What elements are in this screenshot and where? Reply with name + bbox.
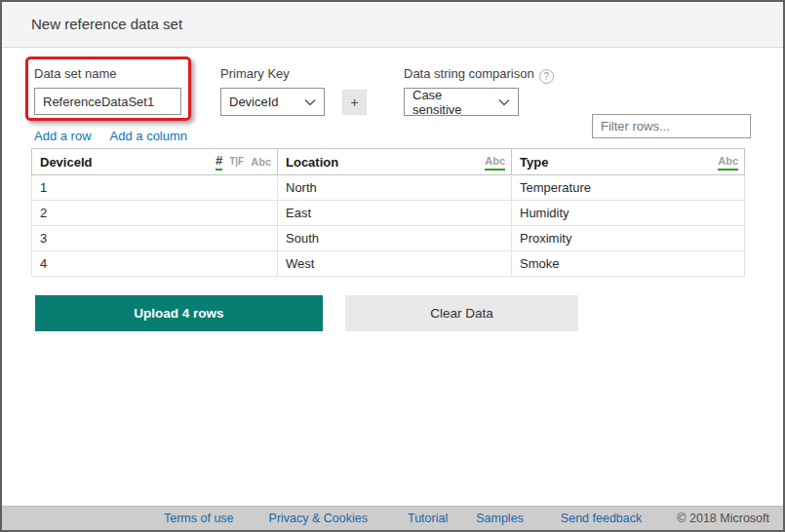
footer-link-samples[interactable]: Samples — [476, 512, 524, 525]
footer-link-terms[interactable]: Terms of use — [164, 512, 234, 525]
primary-key-value: DeviceId — [229, 95, 279, 109]
table-cell[interactable]: Humidity — [512, 201, 745, 226]
primary-key-dropdown[interactable]: DeviceId — [220, 88, 325, 116]
number-type-icon[interactable]: # — [216, 154, 222, 171]
dialog-title: New reference data set — [31, 2, 182, 47]
text-type-icon[interactable]: Abc — [718, 154, 738, 171]
help-icon[interactable]: ? — [539, 69, 554, 84]
add-row-link[interactable]: Add a row — [34, 129, 92, 143]
text-type-icon[interactable]: Abc — [485, 154, 505, 171]
string-comparison-label-text: Data string comparison — [404, 66, 534, 81]
add-column-link[interactable]: Add a column — [110, 129, 188, 143]
dataset-name-label: Data set name — [34, 66, 117, 81]
column-label: DeviceId — [40, 155, 92, 170]
footer-link-privacy[interactable]: Privacy & Cookies — [269, 512, 368, 525]
table-cell[interactable]: Temperature — [512, 175, 745, 201]
table-cell[interactable]: Proximity — [512, 226, 745, 251]
column-label: Location — [286, 155, 338, 170]
dataset-name-input[interactable] — [34, 88, 181, 115]
reference-data-table: DeviceId #T|FAbc Location Abc Type Abc — [31, 148, 745, 277]
footer-bar: Terms of usePrivacy & CookiesTutorialSam… — [2, 506, 783, 530]
string-comparison-value: Case sensitive — [412, 88, 492, 117]
primary-key-label: Primary Key — [220, 66, 290, 81]
copyright-text: © 2018 Microsoft — [677, 512, 769, 525]
dialog-titlebar: New reference data set — [2, 2, 783, 48]
grid-links: Add a row Add a column — [34, 129, 187, 143]
table-cell[interactable]: Smoke — [512, 251, 745, 277]
text-type-icon[interactable]: Abc — [251, 155, 271, 170]
table-cell[interactable]: South — [278, 226, 512, 251]
table-cell[interactable]: North — [278, 175, 512, 201]
filter-rows-input[interactable] — [592, 114, 751, 138]
table-row: 1NorthTemperature — [32, 175, 745, 201]
table-row: 3SouthProximity — [32, 226, 745, 251]
table-row: 2EastHumidity — [32, 201, 745, 226]
footer-link-feedback[interactable]: Send feedback — [561, 512, 642, 525]
type-icon-group: #T|FAbc — [216, 154, 271, 171]
table-cell[interactable]: 4 — [32, 251, 278, 277]
footer-link-tutorial[interactable]: Tutorial — [408, 512, 448, 525]
add-primary-key-button[interactable]: + — [342, 90, 367, 115]
column-header-location[interactable]: Location Abc — [278, 149, 512, 175]
table-cell[interactable]: East — [278, 201, 512, 226]
table-cell[interactable]: 2 — [32, 201, 278, 226]
string-comparison-dropdown[interactable]: Case sensitive — [404, 88, 519, 116]
table-cell[interactable]: 1 — [32, 175, 278, 201]
table-cell[interactable]: West — [278, 251, 512, 277]
string-comparison-label: Data string comparison? — [404, 66, 554, 84]
table-row: 4WestSmoke — [32, 251, 745, 277]
upload-rows-button[interactable]: Upload 4 rows — [35, 295, 323, 331]
column-label: Type — [520, 155, 548, 170]
column-header-deviceid[interactable]: DeviceId #T|FAbc — [32, 149, 278, 175]
type-icon-group: Abc — [485, 154, 505, 171]
new-reference-data-set-dialog: New reference data set Data set name Pri… — [0, 0, 785, 532]
column-header-type[interactable]: Type Abc — [512, 149, 745, 175]
boolean-type-icon[interactable]: T|F — [229, 155, 244, 170]
chevron-down-icon — [498, 98, 510, 106]
table-cell[interactable]: 3 — [32, 226, 278, 251]
clear-data-button[interactable]: Clear Data — [345, 295, 578, 331]
table-header-row: DeviceId #T|FAbc Location Abc Type Abc — [32, 149, 745, 175]
table-body: 1NorthTemperature2EastHumidity3SouthProx… — [32, 175, 745, 277]
chevron-down-icon — [304, 98, 316, 106]
type-icon-group: Abc — [718, 154, 738, 171]
